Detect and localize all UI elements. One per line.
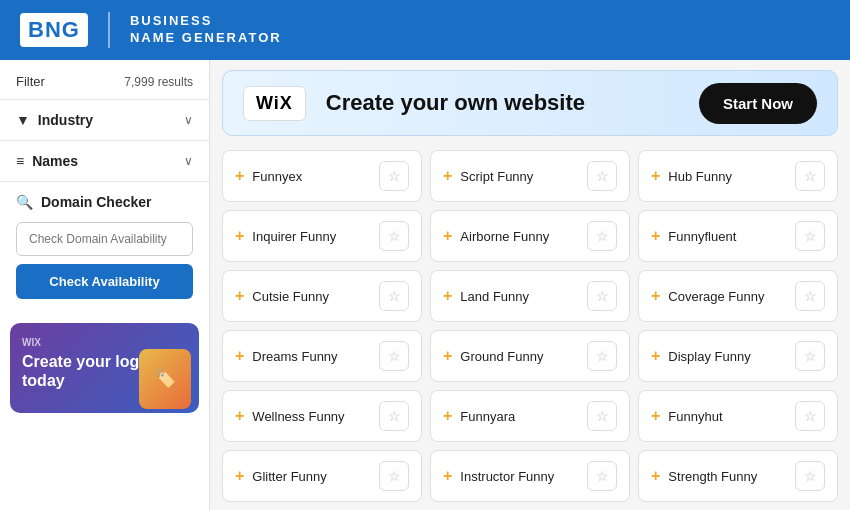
name-text: Funnyfluent [668,229,736,244]
name-card: + Dreams Funny ☆ [222,330,422,382]
add-icon[interactable]: + [235,167,244,185]
add-icon[interactable]: + [651,467,660,485]
name-text: Instructor Funny [460,469,554,484]
add-icon[interactable]: + [235,467,244,485]
main-layout: Filter 7,999 results ▼ Industry ∨ ≡ Name… [0,60,850,510]
favorite-button[interactable]: ☆ [379,281,409,311]
favorite-button[interactable]: ☆ [795,221,825,251]
wix-banner: WiX Create your own website Start Now [222,70,838,136]
name-text: Funnyhut [668,409,722,424]
logo-text: BUSINESS NAME GENERATOR [130,13,282,47]
name-card-left: + Dreams Funny [235,347,338,365]
favorite-button[interactable]: ☆ [795,461,825,491]
name-card-left: + Glitter Funny [235,467,327,485]
name-card: + Funnyfluent ☆ [638,210,838,262]
name-card-left: + Coverage Funny [651,287,764,305]
name-card: + Land Funny ☆ [430,270,630,322]
name-card: + Coverage Funny ☆ [638,270,838,322]
name-text: Hub Funny [668,169,732,184]
name-text: Display Funny [668,349,750,364]
sidebar: Filter 7,999 results ▼ Industry ∨ ≡ Name… [0,60,210,510]
add-icon[interactable]: + [443,347,452,365]
name-text: Strength Funny [668,469,757,484]
favorite-button[interactable]: ☆ [795,401,825,431]
start-now-button[interactable]: Start Now [699,83,817,124]
industry-filter[interactable]: ▼ Industry ∨ [0,99,209,140]
logo-bng: BNG [20,13,88,47]
add-icon[interactable]: + [443,407,452,425]
add-icon[interactable]: + [443,467,452,485]
name-card-left: + Wellness Funny [235,407,345,425]
favorite-button[interactable]: ☆ [379,461,409,491]
add-icon[interactable]: + [651,227,660,245]
filter-header: Filter 7,999 results [0,60,209,99]
name-card-left: + Funnyfluent [651,227,736,245]
wix-sidebar-label: WIX [22,337,187,348]
favorite-button[interactable]: ☆ [587,221,617,251]
name-text: Glitter Funny [252,469,326,484]
results-count: 7,999 results [124,75,193,89]
favorite-button[interactable]: ☆ [587,281,617,311]
name-card-left: + Hub Funny [651,167,732,185]
name-card: + Funnyex ☆ [222,150,422,202]
add-icon[interactable]: + [235,347,244,365]
name-text: Funnyara [460,409,515,424]
name-text: Script Funny [460,169,533,184]
wix-banner-text: Create your own website [326,90,679,116]
filter-icon: ▼ [16,112,30,128]
favorite-button[interactable]: ☆ [795,341,825,371]
name-card-left: + Funnyara [443,407,515,425]
domain-input[interactable] [16,222,193,256]
name-text: Land Funny [460,289,529,304]
name-card-left: + Ground Funny [443,347,543,365]
name-card-left: + Funnyhut [651,407,723,425]
add-icon[interactable]: + [651,347,660,365]
name-card-left: + Funnyex [235,167,302,185]
add-icon[interactable]: + [235,227,244,245]
add-icon[interactable]: + [443,227,452,245]
favorite-button[interactable]: ☆ [795,161,825,191]
name-card: + Ground Funny ☆ [430,330,630,382]
favorite-button[interactable]: ☆ [587,461,617,491]
add-icon[interactable]: + [651,287,660,305]
name-card: + Glitter Funny ☆ [222,450,422,502]
name-card-left: + Land Funny [443,287,529,305]
favorite-button[interactable]: ☆ [795,281,825,311]
favorite-button[interactable]: ☆ [587,401,617,431]
name-card-left: + Airborne Funny [443,227,549,245]
industry-chevron-icon: ∨ [184,113,193,127]
favorite-button[interactable]: ☆ [587,341,617,371]
names-filter[interactable]: ≡ Names ∨ [0,140,209,181]
add-icon[interactable]: + [235,287,244,305]
favorite-button[interactable]: ☆ [379,161,409,191]
main-content: WiX Create your own website Start Now + … [210,60,850,510]
name-card: + Hub Funny ☆ [638,150,838,202]
add-icon[interactable]: + [443,167,452,185]
name-card-left: + Script Funny [443,167,533,185]
add-icon[interactable]: + [443,287,452,305]
favorite-button[interactable]: ☆ [379,341,409,371]
add-icon[interactable]: + [235,407,244,425]
domain-checker: 🔍 Domain Checker Check Availability [0,181,209,311]
favorite-button[interactable]: ☆ [379,401,409,431]
name-card-left: + Cutsie Funny [235,287,329,305]
name-card: + Script Funny ☆ [430,150,630,202]
names-chevron-icon: ∨ [184,154,193,168]
name-text: Inquirer Funny [252,229,336,244]
names-grid: + Funnyex ☆ + Script Funny ☆ + Hub Funny… [222,150,838,510]
name-card-left: + Inquirer Funny [235,227,336,245]
check-availability-button[interactable]: Check Availability [16,264,193,299]
names-filter-icon: ≡ [16,153,24,169]
logo-divider [108,12,110,48]
name-card: + Display Funny ☆ [638,330,838,382]
name-text: Funnyex [252,169,302,184]
name-text: Cutsie Funny [252,289,329,304]
wix-sidebar-image: 🏷️ [139,349,191,409]
favorite-button[interactable]: ☆ [379,221,409,251]
add-icon[interactable]: + [651,407,660,425]
name-text: Ground Funny [460,349,543,364]
favorite-button[interactable]: ☆ [587,161,617,191]
name-text: Airborne Funny [460,229,549,244]
add-icon[interactable]: + [651,167,660,185]
domain-checker-title: 🔍 Domain Checker [16,194,193,210]
